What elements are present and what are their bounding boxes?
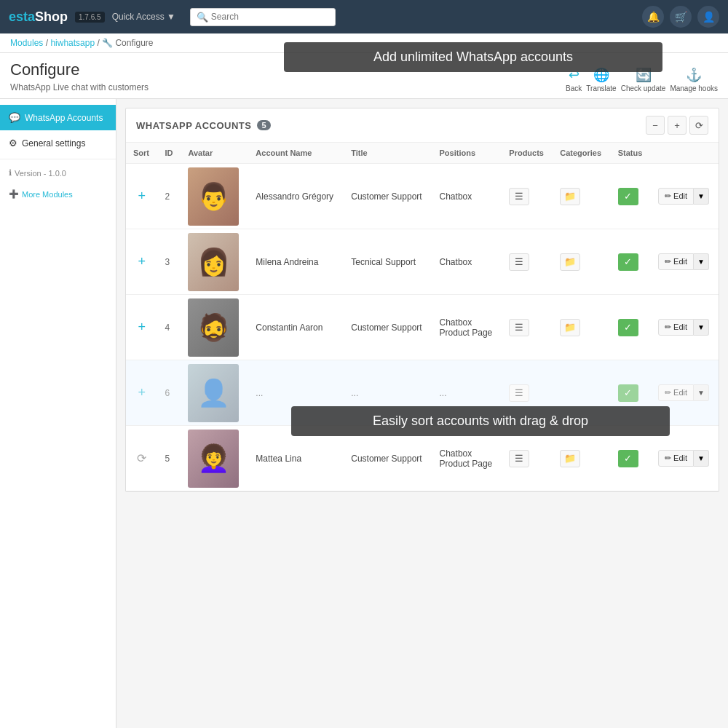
accounts-table: Sort ID Avatar Account Name Title Positi… [126, 143, 719, 491]
panel-actions: − + ⟳ [646, 116, 708, 135]
page-subtitle: WhatsApp Live chat with customers [10, 79, 149, 98]
sidebar-item-whatsapp-accounts[interactable]: 💬 WhatsApp Accounts [0, 105, 116, 130]
notifications-icon[interactable]: 🔔 [642, 6, 664, 28]
products-cell[interactable]: ☰ [502, 164, 553, 229]
breadcrumb-modules[interactable]: Modules [10, 38, 43, 48]
edit-group: ✏ Edit ▼ [658, 450, 709, 467]
col-account-name: Account Name [248, 143, 344, 164]
sort-cell[interactable]: + [126, 164, 157, 229]
categories-cell[interactable]: 📁 [553, 295, 610, 360]
id-cell: 3 [157, 229, 181, 295]
col-categories: Categories [553, 143, 610, 164]
table-row: + 4 🧔 Constantin Aaron Customer Support … [126, 295, 719, 360]
search-icon: 🔍 [197, 12, 208, 23]
positions-cell: Chatbox [432, 229, 502, 295]
id-cell: 2 [157, 164, 181, 229]
col-avatar: Avatar [181, 143, 248, 164]
edit-group: ✏ Edit ▼ [658, 319, 709, 336]
accounts-panel-header: WHATSAPP ACCOUNTS 5 − + ⟳ [126, 108, 719, 143]
edit-dropdown[interactable]: ▼ [694, 188, 709, 205]
search-bar[interactable]: 🔍 [190, 8, 336, 26]
edit-dropdown[interactable]: ▼ [694, 450, 709, 467]
col-actions [651, 143, 719, 164]
actions-cell: ✏ Edit ▼ [651, 164, 719, 229]
col-products: Products [502, 143, 553, 164]
id-cell: 5 [157, 426, 181, 491]
breadcrumb-hwhatsapp[interactable]: hiwhatsapp [50, 38, 95, 48]
edit-dropdown[interactable]: ▼ [694, 319, 709, 336]
page-title: Configure [10, 60, 149, 79]
products-icon[interactable]: ☰ [509, 450, 529, 467]
sidebar-item-general-settings[interactable]: ⚙ General settings [0, 130, 116, 156]
avatar-cell: 👤 [181, 360, 248, 426]
panel-action-minus[interactable]: − [646, 116, 665, 135]
products-cell[interactable]: ☰ [502, 229, 553, 295]
callout-sort-accounts: Easily sort accounts with drag & drop [291, 406, 670, 436]
manage-hooks-button[interactable]: ⚓ Manage hooks [670, 67, 718, 92]
status-cell[interactable]: ✓ [611, 295, 651, 360]
info-icon: ℹ [9, 168, 12, 178]
status-badge[interactable]: ✓ [618, 188, 638, 205]
sort-cell[interactable]: + [126, 229, 157, 295]
status-badge[interactable]: ✓ [618, 319, 638, 336]
status-badge[interactable]: ✓ [618, 253, 638, 271]
edit-dropdown[interactable]: ▼ [694, 384, 709, 401]
avatar-cell: 👩‍🦱 [181, 426, 248, 491]
title-cell: Customer Support [344, 295, 432, 360]
categories-icon[interactable]: 📁 [560, 319, 580, 336]
products-icon[interactable]: ☰ [509, 384, 529, 402]
version-badge: 1.7.6.5 [75, 12, 105, 23]
col-sort: Sort [126, 143, 157, 164]
categories-cell[interactable]: 📁 [553, 229, 610, 295]
table-header-row: Sort ID Avatar Account Name Title Positi… [126, 143, 719, 164]
status-badge[interactable]: ✓ [618, 450, 638, 467]
orders-icon[interactable]: 🛒 [670, 6, 692, 28]
categories-icon[interactable]: 📁 [560, 253, 580, 271]
products-cell[interactable]: ☰ [502, 295, 553, 360]
edit-button[interactable]: ✏ Edit [658, 188, 694, 205]
title-cell: Customer Support [344, 164, 432, 229]
title-cell: Tecnical Support [344, 229, 432, 295]
status-cell[interactable]: ✓ [611, 229, 651, 295]
sort-cell[interactable]: + [126, 360, 157, 426]
nav-icons: 🔔 🛒 👤 [642, 6, 719, 28]
categories-icon[interactable]: 📁 [560, 188, 580, 205]
edit-button[interactable]: ✏ Edit [658, 319, 694, 336]
col-id: ID [157, 143, 181, 164]
positions-cell: Chatbox [432, 164, 502, 229]
col-status: Status [611, 143, 651, 164]
account-name-cell: Milena Andreina [248, 229, 344, 295]
edit-group: ✏ Edit ▼ [658, 253, 709, 270]
edit-button[interactable]: ✏ Edit [658, 384, 694, 401]
account-name-cell: Alessandro Grégory [248, 164, 344, 229]
products-icon[interactable]: ☰ [509, 253, 529, 271]
categories-icon[interactable]: 📁 [560, 450, 580, 467]
edit-dropdown[interactable]: ▼ [694, 253, 709, 270]
status-cell[interactable]: ✓ [611, 164, 651, 229]
categories-cell[interactable]: 📁 [553, 164, 610, 229]
sidebar-divider [0, 159, 116, 159]
breadcrumb-configure: 🔧 Configure [102, 38, 153, 48]
quick-access-menu[interactable]: Quick Access ▼ [112, 12, 175, 22]
products-icon[interactable]: ☰ [509, 319, 529, 336]
sidebar-more-modules[interactable]: ➕ More Modules [0, 183, 116, 205]
status-badge[interactable]: ✓ [618, 384, 638, 402]
positions-cell: ChatboxProduct Page [432, 295, 502, 360]
gear-icon: ⚙ [9, 138, 17, 149]
content-area: WHATSAPP ACCOUNTS 5 − + ⟳ Sort ID [116, 99, 728, 728]
page-header-left: Configure WhatsApp Live chat with custom… [10, 60, 149, 98]
avatar-cell: 👨 [181, 164, 248, 229]
accounts-count-badge: 5 [257, 120, 271, 130]
sort-cell[interactable]: ⟳ [126, 426, 157, 491]
panel-action-refresh[interactable]: ⟳ [689, 116, 708, 135]
edit-button[interactable]: ✏ Edit [658, 450, 694, 467]
profile-icon[interactable]: 👤 [697, 6, 719, 28]
actions-cell: ✏ Edit ▼ [651, 229, 719, 295]
sort-cell[interactable]: + [126, 295, 157, 360]
col-positions: Positions [432, 143, 502, 164]
edit-button[interactable]: ✏ Edit [658, 253, 694, 270]
panel-action-plus[interactable]: + [668, 116, 687, 135]
search-input[interactable] [211, 12, 329, 22]
whatsapp-icon: 💬 [9, 112, 20, 123]
products-icon[interactable]: ☰ [509, 188, 529, 205]
